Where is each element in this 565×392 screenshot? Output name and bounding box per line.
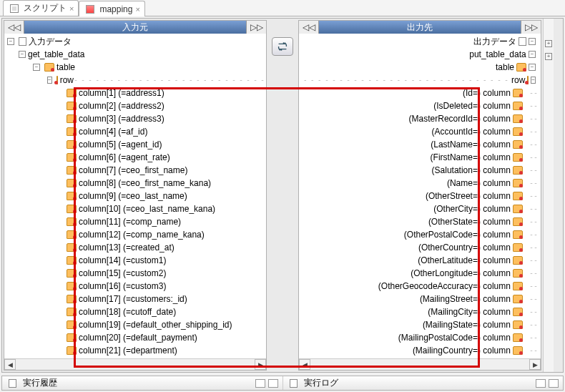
column-node[interactable]: column[16] (=custom3) [4, 280, 266, 293]
column-icon [67, 89, 77, 97]
column-node[interactable]: (OtherState=) column -- [299, 215, 541, 228]
column-node[interactable]: (OtherLongitude=) column -- [299, 267, 541, 280]
table-label: table [56, 61, 75, 74]
column-node[interactable]: column[18] (=cutoff_date) [4, 305, 266, 318]
collapse-icon[interactable]: − [531, 77, 536, 84]
column-label: column[2] (=address2) [79, 99, 164, 112]
column-node[interactable]: (OtherStreet=) column -- [299, 190, 541, 202]
collapse-icon[interactable]: − [529, 51, 536, 58]
scroll-right-icon[interactable]: ▶ [255, 359, 266, 370]
column-node[interactable]: (OtherCountry=) column -- [299, 241, 541, 254]
row-node[interactable]: −row - - - - - - - - - - - - - - - - - -… [4, 74, 266, 87]
column-node[interactable]: column[5] (=agent_id) [4, 138, 266, 151]
column-node[interactable]: column[9] (=ceo_last_name) [4, 190, 266, 202]
column-node[interactable]: column[3] (=address3) [4, 112, 266, 125]
collapse-icon[interactable]: − [19, 51, 26, 58]
column-node[interactable]: column[15] (=custom2) [4, 267, 266, 280]
column-node[interactable]: (LastName=) column -- [299, 138, 541, 151]
column-icon [513, 89, 523, 97]
column-node[interactable]: (Salutation=) column -- [299, 164, 541, 177]
fn-node[interactable]: −get_table_data [4, 48, 266, 61]
scroll-left-icon[interactable]: ◀ [4, 359, 16, 370]
collapse-icon[interactable]: − [529, 64, 536, 71]
nav-back-icon[interactable]: ◁◁ [299, 21, 319, 34]
column-node[interactable]: (OtherGeocodeAccuracy=) column -- [299, 280, 541, 293]
column-node[interactable]: column[14] (=custom1) [4, 254, 266, 267]
root-node[interactable]: 出力データ− [299, 35, 541, 48]
table-node[interactable]: −table [4, 61, 266, 74]
column-icon [67, 217, 77, 226]
scroll-track[interactable] [16, 359, 255, 370]
tab-script[interactable]: スクリプト × [3, 0, 79, 16]
column-node[interactable]: column[19] (=default_other_shipping_id) [4, 318, 266, 331]
source-tree[interactable]: −入力データ −get_table_data −table −row - - -… [4, 34, 266, 358]
close-icon[interactable]: × [135, 5, 139, 14]
target-tree[interactable]: 出力データ− put_table_data − table− - - - - -… [299, 34, 541, 358]
column-node[interactable]: column[4] (=af_id) [4, 125, 266, 138]
column-node[interactable]: column[12] (=comp_name_kana) [4, 228, 266, 241]
minimize-icon[interactable] [268, 379, 278, 388]
map-line: -- [525, 280, 538, 293]
column-node[interactable]: (OtherLatitude=) column -- [299, 254, 541, 267]
nav-fwd-icon[interactable]: ▷▷ [246, 21, 266, 34]
restore-icon[interactable] [536, 379, 546, 388]
map-line: -- [525, 138, 538, 151]
scroll-track[interactable] [310, 359, 529, 370]
column-node[interactable]: (FirstName=) column -- [299, 151, 541, 164]
collapse-icon[interactable]: − [47, 77, 52, 84]
expand-icon[interactable]: + [545, 53, 552, 60]
nav-fwd-icon[interactable]: ▷▷ [521, 21, 541, 34]
column-node[interactable]: column[21] (=department) [4, 344, 266, 357]
restore-icon[interactable] [255, 379, 265, 388]
column-node[interactable]: (MailingStreet=) column -- [299, 293, 541, 305]
tab-log[interactable]: 実行ログ [283, 376, 564, 390]
root-node[interactable]: −入力データ [4, 35, 266, 48]
fn-node[interactable]: put_table_data − [299, 48, 541, 61]
column-node[interactable]: (MasterRecordId=) column -- [299, 112, 541, 125]
scroll-left-icon[interactable]: ◀ [299, 359, 310, 370]
editor-tabbar: スクリプト × mapping × [0, 0, 565, 16]
table-node[interactable]: table− [299, 61, 541, 74]
column-icon [513, 333, 523, 342]
column-node[interactable]: column[6] (=agent_rate) [4, 151, 266, 164]
column-node[interactable]: (MailingPostalCode=) column -- [299, 331, 541, 344]
close-icon[interactable]: × [69, 4, 74, 13]
column-node[interactable]: (OtherCity=) column -- [299, 202, 541, 215]
column-node[interactable]: column[17] (=customers:_id) [4, 293, 266, 305]
column-node[interactable]: column[1] (=address1) [4, 87, 266, 99]
column-node[interactable]: (MailingCity=) column -- [299, 305, 541, 318]
expand-icon[interactable]: + [545, 40, 552, 47]
column-node[interactable]: (MailingState=) column -- [299, 318, 541, 331]
column-label: (MailingState=) column [423, 318, 511, 331]
column-node[interactable]: column[20] (=default_payment) [4, 331, 266, 344]
map-line: -- [525, 293, 538, 305]
h-scrollbar[interactable]: ◀▶ [4, 358, 266, 370]
collapse-icon[interactable]: − [529, 38, 536, 45]
column-node[interactable]: (Id=) column -- [299, 87, 541, 99]
tab-history[interactable]: 実行履歴 [2, 376, 283, 390]
minimize-icon[interactable] [549, 379, 559, 388]
scroll-right-icon[interactable]: ▶ [529, 359, 541, 370]
column-node[interactable]: column[8] (=ceo_first_name_kana) [4, 177, 266, 190]
column-node[interactable]: (Name=) column -- [299, 177, 541, 190]
column-node[interactable]: (IsDeleted=) column -- [299, 99, 541, 112]
column-node[interactable]: column[7] (=ceo_first_name) [4, 164, 266, 177]
collapse-icon[interactable]: − [33, 64, 40, 71]
column-label: (Salutation=) column [432, 164, 511, 177]
column-label: (OtherStreet=) column [426, 190, 511, 202]
column-node[interactable]: column[2] (=address2) [4, 99, 266, 112]
column-node[interactable]: (MailingCountry=) column -- [299, 344, 541, 357]
column-node[interactable]: column[10] (=ceo_last_name_kana) [4, 202, 266, 215]
tab-mapping[interactable]: mapping × [79, 1, 144, 16]
column-icon [67, 114, 77, 123]
column-node[interactable]: (AccountId=) column -- [299, 125, 541, 138]
column-icon [67, 127, 77, 136]
h-scrollbar[interactable]: ◀▶ [299, 358, 541, 370]
nav-back-icon[interactable]: ◁◁ [4, 21, 24, 34]
column-node[interactable]: (OtherPostalCode=) column -- [299, 228, 541, 241]
row-node[interactable]: - - - - - - - - - - - - - - - - - - - - … [299, 74, 541, 87]
collapse-icon[interactable]: − [7, 38, 14, 45]
column-node[interactable]: column[11] (=comp_name) [4, 215, 266, 228]
column-node[interactable]: column[13] (=created_at) [4, 241, 266, 254]
auto-map-button[interactable] [272, 37, 293, 56]
